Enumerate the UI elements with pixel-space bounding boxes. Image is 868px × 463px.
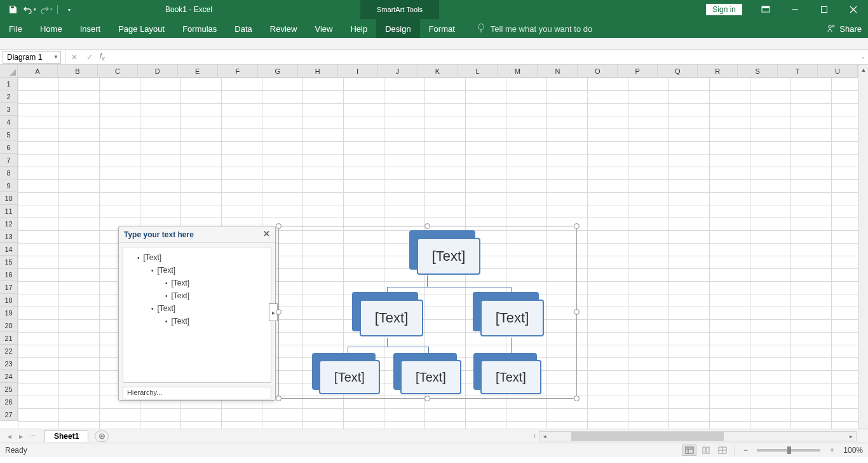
close-icon[interactable] <box>839 0 868 19</box>
smartart-node[interactable]: [Text] <box>417 238 480 275</box>
scroll-up-icon[interactable]: ▲ <box>858 65 868 75</box>
worksheet-grid[interactable]: ABCDEFGHIJKLMNOPQRSTU 123456789101112131… <box>0 65 868 429</box>
row-header[interactable]: 6 <box>0 141 18 154</box>
smartart-text-pane[interactable]: Type your text here ✕ [Text][Text][Text]… <box>118 226 276 401</box>
zoom-slider-thumb[interactable] <box>787 446 791 454</box>
column-header[interactable]: L <box>458 65 498 78</box>
tab-formulas[interactable]: Formulas <box>173 19 226 38</box>
text-pane-body[interactable]: [Text][Text][Text][Text][Text][Text] <box>123 247 271 383</box>
column-header[interactable]: N <box>538 65 578 78</box>
tab-review[interactable]: Review <box>261 19 306 38</box>
select-all-button[interactable] <box>0 65 18 78</box>
customize-qat-icon[interactable]: ▾ <box>62 2 77 17</box>
row-header[interactable]: 16 <box>0 268 18 281</box>
resize-handle[interactable] <box>424 223 430 229</box>
enter-formula-icon[interactable]: ✓ <box>82 51 97 64</box>
text-pane-item[interactable]: [Text] <box>126 315 268 328</box>
row-header[interactable]: 1 <box>0 78 18 90</box>
row-header[interactable]: 13 <box>0 230 18 243</box>
page-layout-view-icon[interactable] <box>699 445 713 456</box>
tab-view[interactable]: View <box>306 19 341 38</box>
expand-formula-bar-icon[interactable]: ⌄ <box>858 54 868 60</box>
smartart-node[interactable]: [Text] <box>360 300 423 336</box>
close-text-pane-icon[interactable]: ✕ <box>261 229 271 239</box>
tab-file[interactable]: File <box>0 19 31 38</box>
zoom-in-button[interactable]: + <box>827 446 837 455</box>
column-header[interactable]: O <box>578 65 618 78</box>
row-header[interactable]: 18 <box>0 294 18 307</box>
column-header[interactable]: G <box>258 65 298 78</box>
tab-insert[interactable]: Insert <box>71 19 110 38</box>
tab-page-layout[interactable]: Page Layout <box>109 19 173 38</box>
column-header[interactable]: M <box>498 65 538 78</box>
tab-scroll-grip[interactable]: ⁞ <box>532 431 536 441</box>
column-header[interactable]: B <box>58 65 98 78</box>
smartart-object[interactable]: ▸ [Text] [Text] [Text] <box>278 226 577 399</box>
smartart-node[interactable]: [Text] <box>319 360 380 394</box>
row-header[interactable]: 9 <box>0 179 18 192</box>
resize-handle[interactable] <box>424 396 430 401</box>
text-pane-item[interactable]: [Text] <box>126 289 268 302</box>
column-header[interactable]: I <box>338 65 378 78</box>
name-box-dropdown-icon[interactable]: ▼ <box>53 54 58 60</box>
row-header[interactable]: 4 <box>0 116 18 128</box>
text-pane-item[interactable]: [Text] <box>126 251 268 264</box>
row-header[interactable]: 17 <box>0 281 18 294</box>
smartart-node[interactable]: [Text] <box>400 360 461 394</box>
ribbon-display-options-icon[interactable] <box>751 0 780 19</box>
zoom-level[interactable]: 100% <box>843 446 863 455</box>
column-header[interactable]: J <box>378 65 418 78</box>
text-pane-item[interactable]: [Text] <box>126 302 268 315</box>
name-box[interactable]: Diagram 1 ▼ <box>3 51 61 64</box>
row-header[interactable]: 15 <box>0 256 18 268</box>
sign-in-button[interactable]: Sign in <box>706 4 742 15</box>
cancel-formula-icon[interactable]: ✕ <box>67 51 82 64</box>
tab-format[interactable]: Format <box>420 19 464 38</box>
save-icon[interactable] <box>5 2 20 17</box>
smartart-node[interactable]: [Text] <box>480 300 544 336</box>
column-header[interactable]: A <box>18 65 58 78</box>
row-header[interactable]: 3 <box>0 103 18 116</box>
column-header[interactable]: H <box>298 65 338 78</box>
column-header[interactable]: F <box>218 65 258 78</box>
column-header[interactable]: C <box>98 65 138 78</box>
vertical-scrollbar-strip[interactable]: ▲ <box>858 65 868 429</box>
text-pane-item[interactable]: [Text] <box>126 264 268 277</box>
resize-handle[interactable] <box>276 223 281 229</box>
resize-handle[interactable] <box>276 309 281 315</box>
hscroll-thumb[interactable] <box>571 432 724 441</box>
new-sheet-button[interactable]: ⊕ <box>95 431 109 442</box>
tab-design[interactable]: Design <box>376 19 419 38</box>
redo-icon[interactable]: ▾ <box>38 2 53 17</box>
column-header[interactable]: Q <box>658 65 698 78</box>
tab-help[interactable]: Help <box>341 19 376 38</box>
scroll-left-icon[interactable]: ◂ <box>539 432 550 441</box>
column-header[interactable]: K <box>418 65 458 78</box>
row-header[interactable]: 25 <box>0 383 18 396</box>
row-header[interactable]: 5 <box>0 128 18 141</box>
fx-icon[interactable]: fx <box>100 52 105 62</box>
row-header[interactable]: 7 <box>0 154 18 167</box>
row-header[interactable]: 26 <box>0 396 18 408</box>
resize-handle[interactable] <box>574 223 580 229</box>
row-header[interactable]: 10 <box>0 192 18 205</box>
resize-handle[interactable] <box>574 309 580 315</box>
row-header[interactable]: 23 <box>0 357 18 370</box>
row-header[interactable]: 27 <box>0 408 18 421</box>
row-header[interactable]: 22 <box>0 345 18 357</box>
tell-me-search[interactable]: Tell me what you want to do <box>477 19 592 38</box>
horizontal-scrollbar[interactable]: ◂ ▸ <box>539 431 857 441</box>
row-header[interactable]: 19 <box>0 307 18 319</box>
column-header[interactable]: D <box>138 65 178 78</box>
tab-data[interactable]: Data <box>226 19 261 38</box>
text-pane-footer[interactable]: Hierarchy... <box>123 387 271 399</box>
text-pane-item[interactable]: [Text] <box>126 277 268 289</box>
row-header[interactable]: 24 <box>0 370 18 383</box>
undo-icon[interactable]: ▾ <box>22 2 37 17</box>
maximize-icon[interactable] <box>810 0 839 19</box>
column-header[interactable]: T <box>778 65 818 78</box>
sheet-tab-active[interactable]: Sheet1 <box>44 430 88 442</box>
share-button[interactable]: Share <box>827 19 862 38</box>
row-header[interactable]: 20 <box>0 319 18 332</box>
row-header[interactable]: 2 <box>0 90 18 103</box>
